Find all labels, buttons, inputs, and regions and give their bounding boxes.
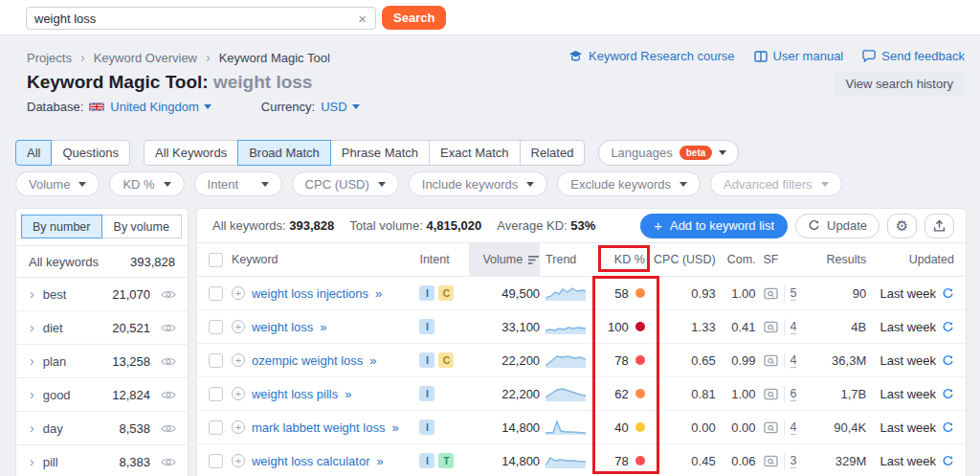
sidebar-group-best[interactable]: › best 21,070	[16, 278, 188, 311]
chevron-right-icon[interactable]: ›	[30, 454, 34, 469]
expand-keyword-icon[interactable]: »	[377, 454, 384, 468]
expand-keyword-icon[interactable]: »	[391, 420, 398, 435]
tab-related[interactable]: Related	[520, 140, 586, 166]
intent-badge[interactable]: I	[419, 352, 434, 368]
sf-count[interactable]: 4	[791, 420, 797, 435]
column-header-cpc[interactable]: CPC (USD)	[653, 243, 716, 276]
row-checkbox[interactable]	[209, 387, 223, 401]
row-checkbox[interactable]	[209, 353, 223, 368]
column-header-volume[interactable]: Volume	[469, 243, 540, 276]
refresh-icon[interactable]	[942, 388, 954, 400]
row-checkbox[interactable]	[209, 454, 223, 468]
add-keyword-icon[interactable]: +	[232, 387, 245, 400]
serp-features-icon[interactable]	[764, 321, 778, 333]
refresh-icon[interactable]	[942, 321, 954, 333]
chevron-right-icon[interactable]: ›	[30, 420, 34, 436]
sidebar-all-keywords-row[interactable]: All keywords 393,828	[16, 245, 188, 278]
serp-features-icon[interactable]	[764, 421, 778, 434]
expand-keyword-icon[interactable]: »	[320, 320, 326, 334]
column-header-trend[interactable]: Trend	[540, 243, 595, 276]
add-keyword-icon[interactable]: +	[232, 420, 245, 434]
eye-icon[interactable]	[161, 289, 176, 300]
view-search-history-button[interactable]: View search history	[835, 71, 965, 97]
search-input[interactable]	[27, 11, 349, 26]
kd-filter[interactable]: KD %	[109, 171, 184, 196]
refresh-icon[interactable]	[942, 421, 954, 434]
sidebar-group-day[interactable]: › day 8,538	[16, 412, 188, 445]
add-keyword-icon[interactable]: +	[232, 286, 245, 300]
cpc-filter[interactable]: CPC (USD)	[292, 171, 399, 196]
keyword-link[interactable]: ozempic weight loss	[252, 353, 363, 368]
serp-features-icon[interactable]	[764, 388, 778, 400]
sidebar-group-diet[interactable]: › diet 20,521	[16, 311, 188, 345]
by-number-button[interactable]: By number	[21, 215, 102, 238]
keyword-link[interactable]: weight loss	[252, 320, 313, 334]
keyword-link[interactable]: weight loss calculator	[252, 454, 370, 468]
tab-questions[interactable]: Questions	[51, 140, 130, 166]
intent-badge[interactable]: C	[438, 352, 454, 368]
chevron-right-icon[interactable]: ›	[30, 353, 34, 369]
column-header-results[interactable]: Results	[805, 243, 866, 276]
intent-badge[interactable]: I	[419, 419, 434, 435]
currency-selector[interactable]: USD	[321, 100, 359, 114]
update-button[interactable]: Update	[795, 214, 880, 238]
tab-all-keywords[interactable]: All Keywords	[144, 140, 238, 166]
search-button[interactable]: Search	[382, 6, 446, 30]
intent-filter[interactable]: Intent	[194, 171, 282, 196]
intent-badge[interactable]: I	[419, 285, 434, 301]
intent-badge[interactable]: I	[419, 386, 434, 401]
sidebar-group-pill[interactable]: › pill 8,383	[16, 445, 188, 476]
column-header-updated[interactable]: Updated	[866, 243, 954, 276]
languages-dropdown[interactable]: Languages beta	[598, 140, 739, 166]
advanced-filters[interactable]: Advanced filters	[710, 171, 842, 196]
exclude-keywords-filter[interactable]: Exclude keywords	[557, 171, 701, 196]
export-button[interactable]	[924, 214, 954, 238]
add-keyword-icon[interactable]: +	[232, 454, 245, 467]
sf-count[interactable]: 3	[791, 454, 797, 468]
serp-features-icon[interactable]	[764, 455, 778, 467]
database-selector[interactable]: United Kingdom	[110, 100, 212, 114]
refresh-icon[interactable]	[942, 455, 954, 467]
column-header-intent[interactable]: Intent	[419, 243, 469, 276]
keyword-link[interactable]: mark labbett weight loss	[252, 420, 385, 435]
intent-badge[interactable]: C	[438, 285, 454, 301]
chevron-right-icon[interactable]: ›	[30, 387, 34, 402]
user-manual-link[interactable]: User manual	[754, 49, 844, 63]
eye-icon[interactable]	[161, 323, 176, 333]
breadcrumb-projects[interactable]: Projects	[27, 51, 72, 65]
eye-icon[interactable]	[161, 423, 176, 434]
send-feedback-link[interactable]: Send feedback	[862, 49, 965, 63]
serp-features-icon[interactable]	[764, 354, 778, 367]
serp-features-icon[interactable]	[764, 287, 778, 300]
expand-keyword-icon[interactable]: »	[369, 353, 376, 368]
add-keyword-icon[interactable]: +	[232, 353, 245, 367]
tab-broad-match[interactable]: Broad Match	[237, 140, 331, 166]
column-header-com[interactable]: Com.	[716, 243, 756, 276]
by-volume-button[interactable]: By volume	[101, 215, 183, 238]
row-checkbox[interactable]	[209, 420, 223, 435]
tab-phrase-match[interactable]: Phrase Match	[330, 140, 430, 166]
sidebar-group-plan[interactable]: › plan 13,258	[16, 345, 188, 378]
select-all-checkbox[interactable]	[209, 253, 223, 267]
sf-count[interactable]: 6	[791, 387, 797, 401]
sf-count[interactable]: 4	[791, 320, 797, 334]
keyword-research-course-link[interactable]: Keyword Research course	[568, 49, 734, 63]
include-keywords-filter[interactable]: Include keywords	[409, 171, 547, 196]
chevron-right-icon[interactable]: ›	[30, 286, 34, 302]
tab-exact-match[interactable]: Exact Match	[429, 140, 521, 166]
sf-count[interactable]: 4	[791, 353, 797, 368]
chevron-right-icon[interactable]: ›	[30, 320, 34, 335]
expand-keyword-icon[interactable]: »	[375, 286, 382, 301]
column-header-keyword[interactable]: Keyword	[232, 243, 419, 276]
row-checkbox[interactable]	[209, 320, 223, 334]
column-header-kd[interactable]: KD %	[595, 243, 653, 276]
refresh-icon[interactable]	[942, 354, 954, 367]
column-header-sf[interactable]: SF	[756, 243, 806, 276]
eye-icon[interactable]	[161, 457, 176, 467]
expand-keyword-icon[interactable]: »	[345, 387, 351, 401]
table-settings-button[interactable]: ⚙	[887, 214, 917, 238]
keyword-link[interactable]: weight loss injections	[252, 286, 368, 301]
add-keyword-icon[interactable]: +	[232, 320, 245, 333]
search-field[interactable]: ×	[26, 7, 376, 30]
refresh-icon[interactable]	[942, 287, 954, 300]
